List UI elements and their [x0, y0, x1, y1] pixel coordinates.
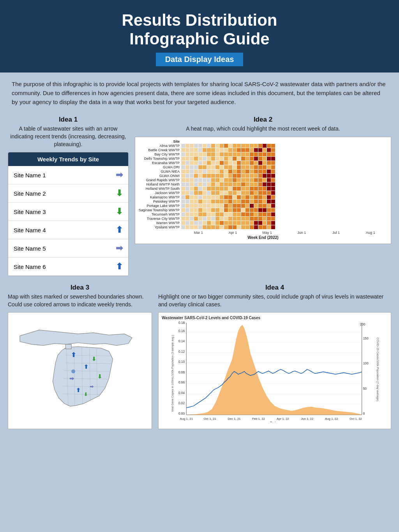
heatmap-cells: [181, 217, 275, 221]
heatmap-cell: [241, 152, 245, 156]
ideas-row-1: Idea 1 A table of wastewater sites with …: [0, 110, 399, 280]
heatmap-cell: [190, 178, 194, 182]
heatmap-site-name: Escanaba WWTP: [138, 161, 181, 165]
heatmap-cell: [203, 174, 207, 178]
heatmap-site-col-label: Site: [138, 140, 181, 143]
heatmap-cell: [245, 191, 249, 195]
heatmap-cell: [198, 191, 202, 195]
heatmap-cell: [254, 217, 258, 221]
heatmap-cell: [185, 187, 189, 191]
heatmap-cell: [241, 195, 245, 199]
heatmap-cell: [254, 148, 258, 152]
heatmap-cell: [190, 165, 194, 169]
heatmap-cell: [224, 212, 228, 216]
heatmap-cell: [224, 217, 228, 221]
heatmap-cell: [271, 225, 275, 229]
heatmap-cell: [241, 221, 245, 225]
heatmap-inner: Site Alma WWTPBattle Creek WWTPBay City …: [138, 140, 388, 240]
heatmap-cell: [233, 204, 237, 208]
heatmap-cell: [233, 200, 237, 203]
heatmap-cell: [220, 144, 224, 148]
heatmap-cell: [258, 170, 262, 173]
heatmap-cell: [267, 195, 271, 199]
heatmap-site-name: Tecumseh WWTP: [138, 212, 181, 216]
heatmap-cell: [258, 212, 262, 216]
heatmap-cell: [185, 174, 189, 178]
heatmap-cell: [250, 165, 254, 169]
heatmap-cell: [241, 144, 245, 148]
heatmap-cell: [237, 165, 241, 169]
heatmap-cell: [263, 187, 267, 191]
heatmap-cell: [207, 187, 211, 191]
heatmap-cell: [267, 144, 271, 148]
heatmap-cell: [224, 195, 228, 199]
heatmap-cell: [228, 178, 232, 182]
heatmap-cell: [254, 170, 258, 173]
heatmap-cells: [181, 221, 275, 225]
heatmap-cell: [250, 187, 254, 191]
heatmap-cell: [207, 204, 211, 208]
heatmap-cell: [185, 161, 189, 165]
heatmap-cell: [181, 204, 185, 208]
trend-site-name: Site Name 6: [14, 263, 46, 270]
heatmap-cell: [254, 157, 258, 161]
heatmap-row: GLWA DRI: [138, 165, 388, 169]
heatmap-cell: [263, 221, 267, 225]
heatmap-cell: [215, 178, 219, 182]
heatmap-cell: [254, 165, 258, 169]
heatmap-cell: [207, 148, 211, 152]
svg-text:0.18: 0.18: [178, 321, 185, 325]
heatmap-cell: [181, 212, 185, 216]
heatmap-cell: [237, 208, 241, 212]
svg-text:COVID-19 Cases/100k Population: COVID-19 Cases/100k Population (7-day av…: [376, 338, 380, 401]
heatmap-cell: [271, 217, 275, 221]
heatmap-cell: [271, 170, 275, 173]
trend-arrow: ⬇: [116, 188, 123, 198]
heatmap-cell: [185, 212, 189, 216]
chart-title: Wastewater SARS-CoV-2 Levels and COVID-1…: [162, 316, 388, 320]
heatmap-cell: [181, 200, 185, 203]
heatmap-cell: [211, 187, 215, 191]
heatmap-cell: [271, 187, 275, 191]
trend-arrow: ➡: [116, 243, 123, 253]
heatmap-site-name: Ypsilanti WWTP: [138, 225, 181, 229]
heatmap-cell: [254, 195, 258, 199]
heatmap-cell: [254, 178, 258, 182]
heatmap-site-name: Battle Creek WWTP: [138, 148, 181, 152]
heatmap-week-label: Week End (2022): [138, 235, 388, 240]
trend-row: Site Name 1➡: [8, 166, 128, 184]
heatmap-site-name: Saginaw Township WWTP: [138, 208, 181, 212]
heatmap-cells: [181, 200, 275, 203]
heatmap-cells: [181, 178, 275, 182]
heatmap-cell: [267, 152, 271, 156]
heatmap-cell: [263, 225, 267, 229]
intro-section: The purpose of this infographic is to pr…: [0, 72, 399, 111]
heatmap-cell: [250, 144, 254, 148]
heatmap-cell: [220, 161, 224, 165]
heatmap-cell: [263, 174, 267, 178]
heatmap-cell: [181, 144, 185, 148]
heatmap-cell: [228, 195, 232, 199]
heatmap-cell: [207, 212, 211, 216]
heatmap-cell: [254, 182, 258, 186]
heatmap-row: GLWA NIEA: [138, 170, 388, 173]
heatmap-cell: [258, 208, 262, 212]
heatmap-cell: [215, 195, 219, 199]
svg-text:150: 150: [363, 336, 369, 340]
heatmap-cells: [181, 174, 275, 178]
heatmap-site-name: Bay City WWTP: [138, 152, 181, 156]
heatmap-cell: [207, 191, 211, 195]
heatmap-cell: [211, 225, 215, 229]
heatmap-cell: [258, 178, 262, 182]
heatmap-cell: [271, 152, 275, 156]
heatmap-site-name: Grand Rapids WWTP: [138, 178, 181, 182]
heatmap-cell: [207, 157, 211, 161]
heatmap-site-name: Alma WWTP: [138, 144, 181, 148]
heatmap-x-label: Jun 1: [284, 231, 319, 235]
heatmap-cell: [194, 148, 198, 152]
heatmap-cell: [203, 144, 207, 148]
heatmap-cell: [220, 157, 224, 161]
heatmap-cell: [250, 157, 254, 161]
heatmap-cell: [263, 200, 267, 203]
svg-text:0.12: 0.12: [178, 350, 185, 353]
